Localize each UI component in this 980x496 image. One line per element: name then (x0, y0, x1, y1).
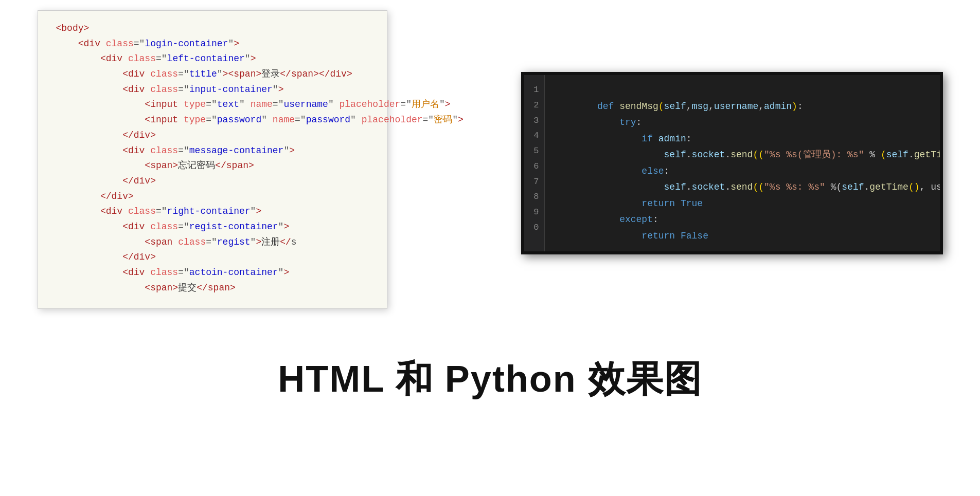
html-line-18: <span>提交</span> (56, 281, 371, 296)
html-code-block: <body> <div class="login-container"> <di… (38, 10, 387, 309)
ln-9: 9 (529, 205, 539, 220)
python-code-content: def sendMsg(self,msg,username,admin): tr… (545, 75, 940, 251)
ln-1: 1 (529, 82, 539, 98)
ln-7: 7 (529, 174, 539, 190)
ln-6: 6 (529, 159, 539, 174)
python-code-block: 1 2 3 4 5 6 7 8 9 0 def sendMsg(self,msg… (521, 72, 943, 254)
ln-3: 3 (529, 113, 539, 128)
html-line-9: <div class="message-container"> (56, 143, 371, 159)
py-line-6: else: (553, 163, 932, 180)
py-line-1 (553, 82, 932, 99)
html-line-1: <body> (56, 21, 371, 36)
html-line-17: <div class="actoin-container"> (56, 265, 371, 281)
html-line-7: <input type="password" name="password" p… (56, 113, 371, 128)
html-line-2: <div class="login-container"> (56, 36, 371, 52)
main-container: <body> <div class="login-container"> <di… (10, 10, 970, 404)
ln-10: 0 (529, 220, 539, 235)
py-line-2: def sendMsg(self,msg,username,admin): (553, 99, 932, 115)
ln-4: 4 (529, 128, 539, 143)
html-line-6: <input type="text" name="username" place… (56, 97, 371, 113)
py-line-4: if admin: (553, 131, 932, 148)
html-line-13: <div class="right-container"> (56, 204, 371, 219)
html-line-4: <div class="title"><span>登录</span></div> (56, 67, 371, 82)
html-line-5: <div class="input-container"> (56, 82, 371, 98)
py-line-5: self.socket.send(("%s %s(管理员): %s" % (se… (553, 147, 932, 163)
html-line-12: </div> (56, 189, 371, 205)
html-line-11: </div> (56, 174, 371, 189)
html-line-15: <span class="regist">注册</s (56, 235, 371, 250)
html-line-16: </div> (56, 250, 371, 265)
py-line-9: except: (553, 212, 932, 228)
screenshots-wrapper: <body> <div class="login-container"> <di… (27, 10, 953, 339)
page-title: HTML 和 Python 效果图 (278, 355, 702, 404)
py-line-3: try: (553, 115, 932, 131)
ln-5: 5 (529, 143, 539, 159)
ln-2: 2 (529, 98, 539, 113)
py-line-8: return True (553, 196, 932, 212)
html-line-8: </div> (56, 128, 371, 143)
ln-8: 8 (529, 189, 539, 205)
html-line-10: <span>忘记密码</span> (56, 158, 371, 174)
html-line-14: <div class="regist-container"> (56, 219, 371, 235)
py-line-10: return False (553, 228, 932, 245)
line-numbers: 1 2 3 4 5 6 7 8 9 0 (524, 75, 545, 251)
py-line-7: self.socket.send(("%s %s: %s" %(self.get… (553, 179, 932, 196)
html-line-3: <div class="left-container"> (56, 51, 371, 67)
